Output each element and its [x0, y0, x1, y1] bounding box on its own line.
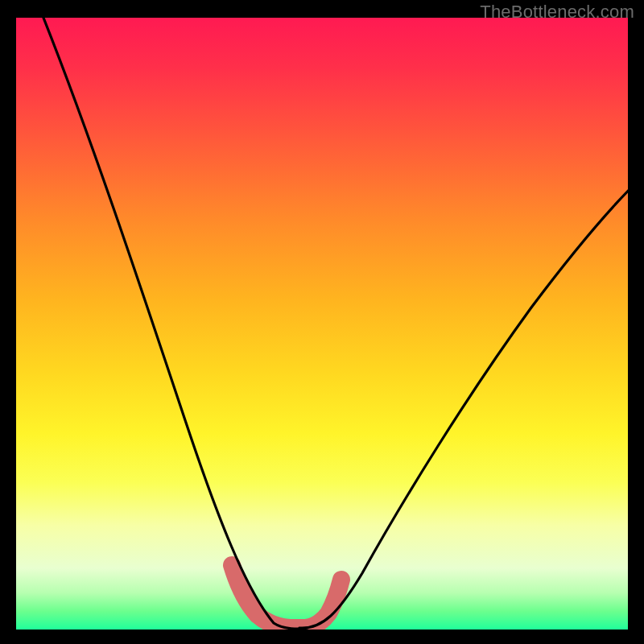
minimum-band-highlight [232, 565, 341, 628]
chart-frame: TheBottleneck.com [0, 0, 644, 644]
curve-left-branch [40, 18, 308, 629]
bottleneck-curve [16, 18, 628, 630]
plot-area [16, 18, 628, 630]
curve-right-branch [299, 183, 628, 628]
watermark-text: TheBottleneck.com [480, 2, 634, 23]
